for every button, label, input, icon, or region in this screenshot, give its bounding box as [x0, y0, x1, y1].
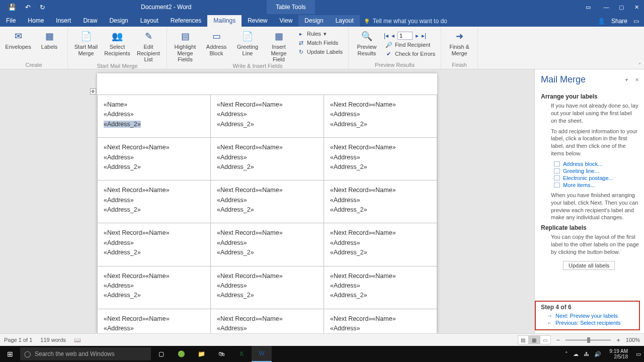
greeting-line-button[interactable]: 📄GreetingLine	[232, 28, 263, 56]
zoom-slider[interactable]	[566, 339, 611, 341]
start-button[interactable]: ⊞	[0, 350, 20, 358]
record-number-input[interactable]	[397, 32, 413, 40]
tell-me-search[interactable]: Tell me what you want to do	[360, 16, 451, 27]
tab-home[interactable]: Home	[22, 15, 50, 27]
label-cell[interactable]: «Next Record»«Name»«Address»«Address_2»	[211, 266, 324, 309]
tab-references[interactable]: References	[165, 15, 207, 27]
excel-icon[interactable]: X	[231, 346, 252, 362]
pane-options-icon[interactable]: ▾	[625, 77, 628, 82]
share-button[interactable]: Share	[611, 18, 627, 25]
insert-merge-field-button[interactable]: ▦Insert MergeField	[264, 28, 294, 63]
tab-layout[interactable]: Layout	[134, 15, 165, 27]
proofing-icon[interactable]: 📖	[74, 337, 81, 343]
find-recipient-button[interactable]: 🔎Find Recipient	[383, 41, 438, 49]
document-area[interactable]: ✥ «Name»«Address»«Address_2»«Next Record…	[0, 69, 534, 333]
select-recipients-button[interactable]: 👥SelectRecipients	[102, 28, 132, 56]
read-mode-icon[interactable]: ▤	[518, 335, 529, 344]
label-cell[interactable]: «Next Record»«Name»«Address»«Address_2»	[324, 309, 437, 333]
network-icon[interactable]: 🖧	[584, 351, 589, 357]
labels-button[interactable]: ▦Labels	[34, 28, 64, 50]
label-cell[interactable]: «Name»«Address»«Address_2»	[98, 95, 211, 138]
label-cell[interactable]: «Next Record»«Name»«Address»«Address_2»	[324, 223, 437, 266]
zoom-in-button[interactable]: +	[615, 336, 622, 344]
more-items-link[interactable]: More items...	[563, 182, 595, 188]
prev-record-icon[interactable]: ◂	[391, 32, 394, 39]
ribbon-options-icon[interactable]: ▭	[581, 0, 596, 14]
task-view-icon[interactable]: ▢	[151, 346, 171, 362]
save-icon[interactable]: 💾	[8, 4, 16, 11]
edit-recipient-list-button[interactable]: ✎EditRecipient List	[133, 28, 164, 63]
undo-icon[interactable]: ↶	[25, 4, 31, 11]
greeting-line-link[interactable]: Greeting line...	[563, 168, 599, 174]
label-cell[interactable]: «Next Record»«Name»«Address»«Address_2»	[324, 95, 437, 138]
address-block-button[interactable]: ▭AddressBlock	[201, 28, 231, 56]
rules-button[interactable]: ▸Rules ▾	[295, 30, 345, 38]
address-block-link[interactable]: Address block...	[563, 161, 602, 167]
chrome-icon[interactable]: 🟢	[171, 346, 191, 362]
label-cell[interactable]: «Next Record»«Name»«Address»«Address_2»	[98, 180, 211, 223]
label-cell[interactable]: «Next Record»«Name»«Address»«Address_2»	[98, 309, 211, 333]
onedrive-icon[interactable]: ☁	[573, 351, 579, 357]
web-layout-icon[interactable]: ▭	[540, 335, 551, 344]
highlight-merge-fields-button[interactable]: ▤HighlightMerge Fields	[170, 28, 200, 63]
first-record-icon[interactable]: |◂	[384, 32, 388, 39]
tab-table-design[interactable]: Design	[298, 15, 329, 27]
label-cell[interactable]: «Next Record»«Name»«Address»«Address_2»	[211, 309, 324, 333]
tab-insert[interactable]: Insert	[50, 15, 77, 27]
tab-file[interactable]: File	[0, 15, 22, 27]
label-cell[interactable]: «Next Record»«Name»«Address»«Address_2»	[98, 138, 211, 180]
envelopes-button[interactable]: ✉Envelopes	[3, 28, 33, 50]
next-record-icon[interactable]: ▸	[416, 32, 419, 39]
word-icon[interactable]: W	[252, 346, 272, 362]
volume-icon[interactable]: 🔊	[594, 351, 601, 357]
redo-icon[interactable]: ↻	[40, 4, 45, 11]
electronic-postage-link[interactable]: Electronic postage...	[563, 175, 613, 181]
tray-chevron-icon[interactable]: ˄	[565, 351, 568, 357]
label-cell[interactable]: «Next Record»«Name»«Address»«Address_2»	[211, 138, 324, 180]
tab-table-layout[interactable]: Layout	[330, 15, 360, 27]
comments-icon[interactable]: ▭	[633, 18, 639, 25]
label-cell[interactable]: «Next Record»«Name»«Address»«Address_2»	[324, 266, 437, 309]
tab-view[interactable]: View	[274, 15, 299, 27]
next-step-link[interactable]: →Next: Preview your labels	[541, 312, 635, 319]
clock[interactable]: 9:19 AM2/5/18	[606, 348, 631, 359]
label-cell[interactable]: «Next Record»«Name»«Address»«Address_2»	[211, 223, 324, 266]
label-cell[interactable]: «Next Record»«Name»«Address»«Address_2»	[98, 223, 211, 266]
tab-review[interactable]: Review	[242, 15, 273, 27]
tab-design[interactable]: Design	[103, 15, 134, 27]
prev-step-link[interactable]: ←Previous: Select recipients	[541, 319, 635, 326]
file-explorer-icon[interactable]: 📁	[191, 346, 211, 362]
restore-icon[interactable]: ▢	[614, 0, 629, 14]
collapse-ribbon-icon[interactable]: ˄	[638, 62, 641, 68]
minimize-icon[interactable]: —	[599, 0, 614, 14]
match-fields-button[interactable]: ⇄Match Fields	[295, 39, 345, 47]
preview-icon: 🔍	[360, 30, 374, 43]
check-errors-button[interactable]: ✔Check for Errors	[383, 50, 438, 58]
tab-draw[interactable]: Draw	[77, 15, 103, 27]
update-labels-button[interactable]: ↻Update Labels	[295, 48, 345, 56]
start-mail-merge-button[interactable]: 📄Start MailMerge	[71, 28, 101, 56]
label-cell[interactable]: «Next Record»«Name»«Address»«Address_2»	[211, 180, 324, 223]
page-indicator[interactable]: Page 1 of 1	[4, 337, 32, 343]
preview-results-button[interactable]: 🔍PreviewResults	[352, 28, 382, 56]
zoom-level[interactable]: 100%	[626, 337, 640, 343]
label-cell[interactable]: «Next Record»«Name»«Address»«Address_2»	[324, 138, 437, 180]
label-cell[interactable]: «Next Record»«Name»«Address»«Address_2»	[211, 95, 324, 138]
action-center-icon[interactable]: ▭	[636, 351, 641, 357]
update-all-labels-button[interactable]: Update all labels	[563, 261, 615, 270]
last-record-icon[interactable]: ▸|	[422, 32, 426, 39]
table-move-handle[interactable]: ✥	[90, 88, 96, 95]
store-icon[interactable]: 🛍	[211, 346, 231, 362]
finish-merge-button[interactable]: ➜Finish &Merge	[444, 28, 474, 56]
print-layout-icon[interactable]: ▦	[529, 335, 540, 344]
tab-mailings[interactable]: Mailings	[207, 15, 242, 27]
user-icon[interactable]: 👤	[598, 18, 605, 25]
edit-list-icon: ✎	[141, 30, 155, 43]
windows-search[interactable]: ◯ Search the web and Windows	[20, 347, 151, 360]
pane-close-icon[interactable]: ✕	[635, 77, 639, 82]
zoom-out-button[interactable]: −	[555, 336, 562, 344]
label-cell[interactable]: «Next Record»«Name»«Address»«Address_2»	[98, 266, 211, 309]
label-cell[interactable]: «Next Record»«Name»«Address»«Address_2»	[324, 180, 437, 223]
close-icon[interactable]: ✕	[629, 0, 644, 14]
word-count[interactable]: 119 words	[40, 337, 66, 343]
